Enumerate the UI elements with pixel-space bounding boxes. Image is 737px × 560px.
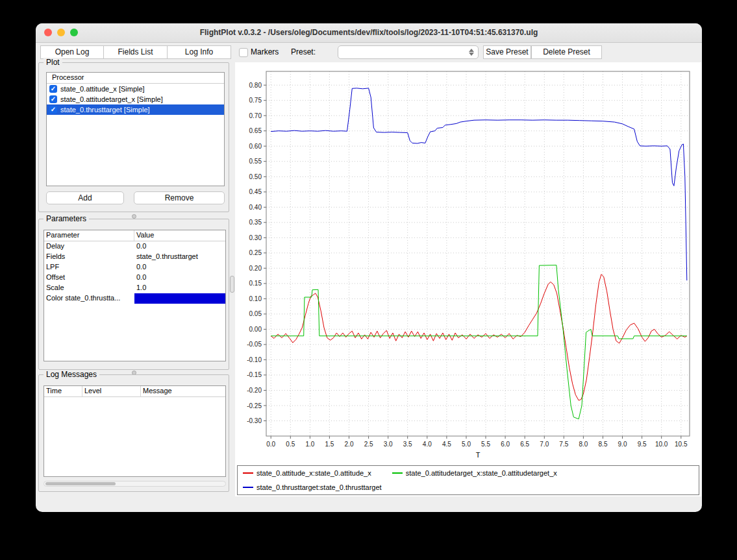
parameter-row[interactable]: Scale1.0 bbox=[44, 283, 225, 293]
scrollbar-thumb[interactable] bbox=[45, 482, 116, 485]
title-bar: FlightPlot v.0.3.2 - /Users/oleg/Documen… bbox=[36, 23, 702, 43]
svg-text:3.0: 3.0 bbox=[384, 441, 393, 448]
svg-text:0.25: 0.25 bbox=[249, 249, 262, 256]
parameter-row[interactable]: Color state_0.thrustta... bbox=[44, 293, 225, 304]
preset-label: Preset: bbox=[291, 45, 316, 59]
svg-text:1.0: 1.0 bbox=[305, 441, 314, 448]
svg-text:0.0: 0.0 bbox=[266, 441, 275, 448]
flightplot-window: FlightPlot v.0.3.2 - /Users/oleg/Documen… bbox=[36, 23, 702, 512]
parameter-row[interactable]: LPF0.0 bbox=[44, 262, 225, 273]
color-swatch[interactable] bbox=[134, 293, 225, 304]
svg-text:0.10: 0.10 bbox=[249, 295, 262, 302]
series-checkbox[interactable]: ✓ bbox=[49, 85, 57, 93]
screenshot-stage: FlightPlot v.0.3.2 - /Users/oleg/Documen… bbox=[0, 0, 737, 560]
parameters-table: Parameter Value Delay0.0Fieldsstate_0.th… bbox=[44, 230, 226, 361]
svg-text:9.5: 9.5 bbox=[638, 441, 647, 448]
legend-line-icon bbox=[243, 472, 253, 474]
svg-text:0.80: 0.80 bbox=[249, 82, 262, 89]
svg-text:0.75: 0.75 bbox=[249, 97, 262, 104]
processor-table-body: ✓state_0.attitude_x [Simple]✓state_0.att… bbox=[47, 84, 224, 115]
chart-legend: state_0.attitude_x:state_0.attitude_xsta… bbox=[237, 465, 699, 495]
plot-series-row[interactable]: ✓state_0.attitudetarget_x [Simple] bbox=[47, 94, 224, 104]
parameter-name: LPF bbox=[44, 262, 134, 273]
svg-text:0.65: 0.65 bbox=[249, 127, 262, 134]
zoom-window-button[interactable] bbox=[70, 29, 78, 36]
chart-plot-area[interactable]: 0.00.51.01.52.02.53.03.54.04.55.05.56.06… bbox=[235, 62, 701, 461]
legend-line-icon bbox=[392, 472, 403, 474]
preset-dropdown-arrows-icon bbox=[468, 47, 475, 57]
vertical-splitter-handle[interactable] bbox=[230, 276, 234, 293]
parameter-value: state_0.thrusttarget bbox=[134, 252, 225, 262]
parameter-row[interactable]: Delay0.0 bbox=[44, 241, 225, 252]
plot-group: Plot Processor ✓state_0.attitude_x [Simp… bbox=[38, 62, 229, 212]
legend-entry: state_0.attitude_x:state_0.attitude_x bbox=[243, 469, 371, 477]
svg-text:0.05: 0.05 bbox=[249, 310, 262, 317]
svg-text:3.5: 3.5 bbox=[403, 441, 412, 448]
svg-text:-0.25: -0.25 bbox=[247, 402, 262, 409]
legend-line-icon bbox=[243, 487, 253, 488]
chart-panel: 0.00.51.01.52.02.53.03.54.04.55.05.56.06… bbox=[235, 62, 701, 496]
legend-label: state_0.thrusttarget:state_0.thrusttarge… bbox=[256, 483, 382, 491]
parameter-name: Color state_0.thrustta... bbox=[44, 293, 134, 304]
parameter-row[interactable]: Fieldsstate_0.thrusttarget bbox=[44, 252, 225, 262]
svg-text:0.60: 0.60 bbox=[249, 143, 262, 150]
parameter-row[interactable]: Offset0.0 bbox=[44, 273, 225, 283]
svg-text:1.5: 1.5 bbox=[325, 441, 334, 448]
svg-text:4.0: 4.0 bbox=[423, 441, 432, 448]
add-button[interactable]: Add bbox=[46, 191, 124, 204]
open-log-button[interactable]: Open Log bbox=[40, 45, 104, 59]
svg-text:-0.30: -0.30 bbox=[247, 417, 262, 424]
legend-label: state_0.attitudetarget_x:state_0.attitud… bbox=[406, 469, 557, 477]
minimize-window-button[interactable] bbox=[57, 29, 65, 36]
save-preset-button[interactable]: Save Preset bbox=[483, 45, 531, 59]
svg-text:0.35: 0.35 bbox=[249, 219, 262, 226]
splitter-handle-plot-parameters[interactable] bbox=[132, 214, 136, 219]
plot-series-row[interactable]: ✓state_0.attitude_x [Simple] bbox=[47, 84, 224, 94]
log-messages-group-title: Log Messages bbox=[44, 370, 99, 379]
parameters-table-header: Parameter Value bbox=[44, 230, 225, 241]
log-messages-horizontal-scrollbar[interactable] bbox=[44, 481, 226, 487]
svg-text:8.5: 8.5 bbox=[599, 441, 608, 448]
log-info-button[interactable]: Log Info bbox=[167, 45, 231, 59]
svg-text:0.70: 0.70 bbox=[249, 112, 262, 119]
svg-text:4.5: 4.5 bbox=[442, 441, 451, 448]
parameter-value: 0.0 bbox=[134, 241, 225, 252]
svg-text:10.0: 10.0 bbox=[655, 441, 668, 448]
svg-text:0.40: 0.40 bbox=[249, 204, 262, 211]
series-checkbox[interactable]: ✓ bbox=[49, 95, 57, 103]
preset-combobox[interactable] bbox=[338, 45, 479, 59]
fields-list-button[interactable]: Fields List bbox=[103, 45, 168, 59]
svg-text:6.0: 6.0 bbox=[501, 441, 510, 448]
parameter-name: Fields bbox=[44, 252, 134, 262]
parameter-value: 0.0 bbox=[134, 262, 225, 273]
legend-row: state_0.attitude_x:state_0.attitude_xsta… bbox=[243, 469, 693, 477]
markers-checkbox[interactable] bbox=[239, 48, 248, 57]
svg-text:8.0: 8.0 bbox=[579, 441, 588, 448]
log-messages-group: Log Messages Time Level Message bbox=[38, 374, 229, 492]
parameter-name: Scale bbox=[44, 283, 134, 293]
series-label: state_0.attitudetarget_x [Simple] bbox=[60, 95, 163, 103]
delete-preset-button[interactable]: Delete Preset bbox=[531, 45, 602, 59]
plot-series-row[interactable]: ✓state_0.thrusttarget [Simple] bbox=[47, 104, 224, 115]
series-checkbox[interactable]: ✓ bbox=[49, 106, 57, 114]
svg-text:0.15: 0.15 bbox=[249, 280, 262, 287]
svg-text:9.0: 9.0 bbox=[618, 441, 627, 448]
svg-text:7.5: 7.5 bbox=[559, 441, 568, 448]
parameters-group: Parameters Parameter Value Delay0.0Field… bbox=[38, 219, 229, 370]
parameter-value: 1.0 bbox=[134, 283, 225, 293]
svg-text:-0.05: -0.05 bbox=[247, 341, 262, 348]
window-title: FlightPlot v.0.3.2 - /Users/oleg/Documen… bbox=[88, 23, 650, 42]
svg-text:0.20: 0.20 bbox=[249, 265, 262, 272]
value-column-header: Value bbox=[134, 230, 225, 241]
svg-text:0.5: 0.5 bbox=[286, 441, 295, 448]
svg-text:T: T bbox=[476, 451, 481, 459]
svg-text:2.0: 2.0 bbox=[345, 441, 354, 448]
svg-text:0.55: 0.55 bbox=[249, 158, 262, 165]
svg-text:-0.15: -0.15 bbox=[247, 371, 262, 378]
remove-button[interactable]: Remove bbox=[134, 191, 225, 204]
svg-text:0.45: 0.45 bbox=[249, 188, 262, 195]
parameter-column-header: Parameter bbox=[44, 230, 134, 241]
svg-text:6.5: 6.5 bbox=[520, 441, 529, 448]
close-window-button[interactable] bbox=[44, 29, 52, 36]
svg-text:5.0: 5.0 bbox=[462, 441, 471, 448]
